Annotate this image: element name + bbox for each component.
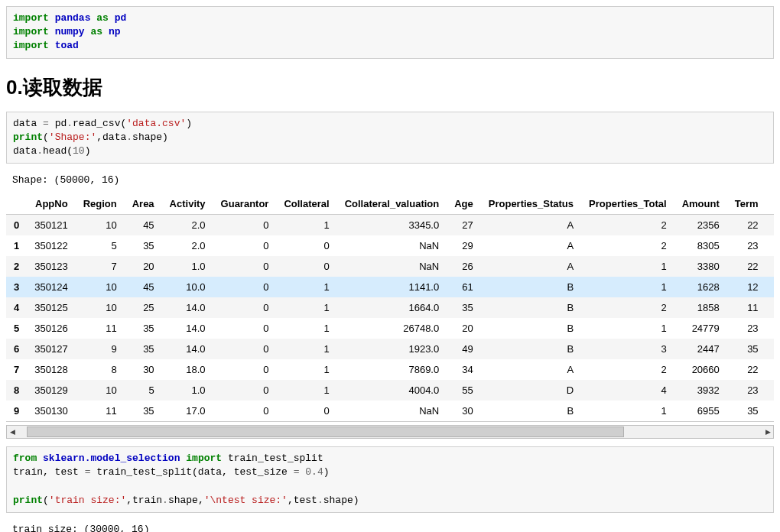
method: head(: [43, 145, 73, 157]
column-header: Properties_Total: [581, 193, 674, 215]
column-header: Guarantor: [213, 193, 277, 215]
table-cell: 350122: [27, 235, 75, 256]
module-name: sklearn.model_selection: [43, 453, 180, 464]
attr: shape,: [168, 495, 204, 506]
table-cell: 22: [727, 215, 766, 236]
column-header: Area: [125, 193, 162, 215]
paren: ): [186, 118, 192, 129]
dataframe-table: AppNoRegionAreaActivityGuarantorCollater…: [6, 193, 774, 421]
table-cell: 1: [766, 339, 774, 359]
keyword: import: [186, 453, 222, 464]
table-cell: B: [481, 277, 581, 297]
paren: (: [43, 495, 49, 506]
table-cell: 18.0: [162, 359, 213, 380]
table-cell: 4004.0: [337, 380, 447, 401]
table-row: 9350130113517.000NaN30B16955354: [6, 401, 774, 421]
row-index: 2: [6, 256, 27, 277]
table-cell: 2: [581, 297, 674, 318]
call: train_test_split(data, test_size: [90, 466, 293, 478]
module-name: numpy: [55, 26, 85, 37]
table-cell: 7869.0: [337, 359, 447, 380]
table-cell: 350126: [27, 318, 75, 339]
column-header: Collateral: [276, 193, 336, 215]
number: 0.4: [305, 466, 323, 478]
row-index: 3: [6, 277, 27, 297]
table-cell: 10: [76, 277, 125, 297]
module-ref: pd: [49, 118, 67, 129]
table-cell: 30: [447, 401, 481, 421]
arg: ,test: [288, 495, 317, 506]
column-header: Term: [727, 193, 766, 215]
table-cell: 22: [727, 256, 766, 277]
table-cell: 1: [766, 256, 774, 277]
scroll-left-arrow-icon[interactable]: ◀: [7, 427, 18, 437]
table-cell: 4: [581, 380, 674, 401]
scroll-right-arrow-icon[interactable]: ▶: [762, 427, 773, 437]
table-cell: 5: [76, 235, 125, 256]
table-cell: 3932: [674, 380, 727, 401]
table-cell: 1: [766, 215, 774, 236]
table-cell: 8: [76, 359, 125, 380]
table-cell: 0: [276, 256, 336, 277]
table-cell: 1: [276, 277, 336, 297]
table-cell: 4: [766, 401, 774, 421]
column-header: Activity: [162, 193, 213, 215]
column-header: Region: [76, 193, 125, 215]
table-row: 735012883018.0017869.034A220660226: [6, 359, 774, 380]
table-cell: B: [481, 339, 581, 359]
paren: ): [323, 466, 330, 478]
table-cell: 2: [581, 235, 674, 256]
table-cell: 6: [766, 297, 774, 318]
table-cell: A: [481, 215, 581, 236]
table-cell: 2: [581, 215, 674, 236]
table-cell: 350129: [27, 380, 75, 401]
table-cell: 23: [727, 235, 766, 256]
table-cell: 1: [581, 318, 674, 339]
table-cell: 12: [727, 277, 766, 297]
table-cell: 5: [125, 380, 162, 401]
index-header: [6, 193, 27, 215]
var: data: [13, 118, 43, 129]
scroll-track[interactable]: [18, 426, 762, 438]
table-cell: 0: [213, 277, 277, 297]
table-cell: 350121: [27, 215, 75, 236]
horizontal-scrollbar[interactable]: ◀ ▶: [6, 425, 774, 439]
row-index: 4: [6, 297, 27, 318]
table-cell: NaN: [337, 235, 447, 256]
table-cell: 49: [447, 339, 481, 359]
table-row: 3350124104510.0011141.061B11628126: [6, 277, 774, 297]
table-cell: A: [481, 359, 581, 380]
string-literal: '\ntest size:': [204, 495, 288, 506]
code-cell-imports: import pandas as pd import numpy as np i…: [6, 6, 774, 59]
scroll-thumb[interactable]: [27, 427, 624, 437]
table-cell: 350125: [27, 297, 75, 318]
table-cell: 1141.0: [337, 277, 447, 297]
row-index: 8: [6, 380, 27, 401]
table-cell: 2: [581, 359, 674, 380]
table-cell: 20: [447, 318, 481, 339]
table-cell: NaN: [337, 401, 447, 421]
table-cell: 1: [276, 339, 336, 359]
table-header-row: AppNoRegionAreaActivityGuarantorCollater…: [6, 193, 774, 215]
table-cell: 45: [125, 277, 162, 297]
table-cell: 35: [447, 297, 481, 318]
builtin: print: [13, 131, 43, 143]
table-cell: 1: [581, 256, 674, 277]
table-cell: 35: [125, 235, 162, 256]
table-cell: 26748.0: [337, 318, 447, 339]
table-cell: 1: [276, 318, 336, 339]
table-cell: 0: [213, 318, 277, 339]
keyword: import: [13, 26, 49, 37]
section-heading: 0.读取数据: [6, 74, 774, 101]
dot: .: [162, 495, 168, 506]
table-cell: 34: [447, 359, 481, 380]
lhs: train, test: [13, 466, 85, 478]
table-cell: 10: [76, 380, 125, 401]
table-cell: 20660: [674, 359, 727, 380]
table-cell: 3: [581, 339, 674, 359]
table-cell: 55: [447, 380, 481, 401]
row-index: 0: [6, 215, 27, 236]
row-index: 9: [6, 401, 27, 421]
paren: ): [85, 145, 91, 157]
table-cell: 7: [76, 256, 125, 277]
